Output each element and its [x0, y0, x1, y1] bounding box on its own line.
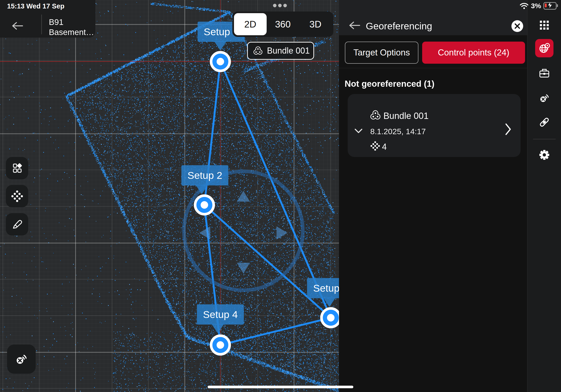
georeference-globe-icon — [538, 42, 551, 55]
back-button[interactable] — [11, 21, 23, 32]
bundle-card[interactable]: Bundle 001 8.1.2025, 14:17 4 — [348, 94, 521, 157]
close-icon — [514, 23, 520, 29]
bundle-icon — [369, 109, 381, 121]
panel-header: Georeferencing — [339, 0, 527, 35]
tab-control-points-label: Control points (24) — [438, 48, 509, 58]
battery-icon — [543, 2, 557, 10]
georeferencing-tool-button-active[interactable] — [535, 39, 553, 57]
setup-4-marker[interactable] — [210, 334, 231, 356]
bundle-selector-button[interactable]: Bundle 001 — [247, 42, 314, 60]
battery-percent: 3% — [531, 2, 541, 10]
open-bundle-button[interactable] — [505, 123, 512, 137]
apps-menu-button[interactable] — [539, 20, 550, 31]
setup-count-icon — [370, 141, 380, 151]
status-right-cluster: 3% — [520, 2, 557, 10]
scanner-disconnected-icon — [538, 92, 551, 104]
point-cloud-button[interactable] — [6, 185, 28, 207]
toolbox-button[interactable] — [539, 67, 550, 79]
pan-right-arrow[interactable] — [277, 226, 288, 240]
panel-title: Georeferencing — [366, 21, 432, 32]
back-arrow-icon — [11, 21, 23, 31]
scanner-connection-button[interactable] — [7, 345, 36, 374]
scalpel-icon — [11, 218, 23, 230]
header-divider — [41, 15, 42, 34]
setup-3-marker[interactable] — [320, 307, 339, 328]
not-georeferenced-heading: Not georeferenced (1) — [345, 79, 434, 89]
slice-tool-button[interactable] — [6, 213, 28, 236]
bundle-card-setup-count: 4 — [382, 142, 387, 152]
pan-left-arrow[interactable] — [199, 226, 210, 240]
chevron-down-icon — [354, 128, 363, 134]
panel-close-button[interactable] — [511, 20, 523, 32]
apps-grid-icon — [539, 20, 550, 31]
scanner-disconnected-icon — [14, 352, 29, 367]
tab-360-label: 360 — [275, 19, 291, 30]
link-icon — [539, 116, 550, 128]
status-time: 15:13 — [7, 2, 24, 10]
settings-button[interactable] — [539, 149, 550, 161]
rail-divider — [533, 139, 556, 139]
chevron-right-icon — [505, 123, 512, 136]
link-button[interactable] — [539, 116, 550, 128]
pan-up-arrow[interactable] — [237, 191, 250, 202]
setup-2-label-text: Setup 2 — [187, 170, 222, 181]
setup-4-label-text: Setup 4 — [203, 309, 238, 320]
bundle-icon — [253, 45, 263, 56]
charging-bolt-icon — [547, 2, 553, 8]
scanner-connection-rail-button[interactable] — [538, 92, 551, 104]
project-header-bar: 15:13 Wed 17 Sep B91 Basement… — [0, 0, 95, 38]
setup-3-label[interactable]: Setup 3 — [307, 278, 339, 298]
tabs-divider — [339, 68, 527, 68]
right-toolbar — [527, 0, 561, 392]
tab-target-options-label: Target Options — [353, 48, 410, 58]
setup-4-label[interactable]: Setup 4 — [197, 304, 244, 325]
tab-control-points[interactable]: Control points (24) — [422, 42, 525, 64]
wifi-icon — [520, 3, 529, 9]
home-indicator[interactable] — [208, 386, 353, 388]
views-grid-icon — [11, 162, 23, 174]
setup-3-label-text: Setup 3 — [313, 283, 339, 294]
setup-connection-lines — [204, 62, 331, 345]
status-date: Wed 17 Sep — [26, 2, 64, 10]
point-cloud-icon — [11, 190, 23, 202]
expand-bundle-button[interactable] — [354, 128, 363, 135]
multitasking-handle[interactable] — [273, 4, 287, 7]
pan-down-arrow[interactable] — [237, 263, 250, 273]
bundle-pill-label: Bundle 001 — [263, 46, 313, 56]
view-mode-switcher: 2D 360 3D — [232, 11, 333, 37]
tab-3d-label: 3D — [309, 19, 321, 30]
panel-back-button[interactable] — [348, 21, 361, 31]
project-title: B91 Basement… — [49, 17, 94, 37]
bundle-card-timestamp: 8.1.2025, 14:17 — [370, 127, 426, 136]
tab-target-options[interactable]: Target Options — [345, 42, 418, 64]
toolbox-icon — [539, 67, 550, 79]
setup-2-marker[interactable] — [194, 194, 215, 216]
tab-2d[interactable]: 2D — [234, 13, 267, 35]
views-layout-button[interactable] — [6, 157, 28, 179]
tab-3d[interactable]: 3D — [299, 13, 332, 35]
project-title-line2: Basement… — [49, 27, 94, 37]
settings-gear-icon — [539, 149, 550, 161]
georeferencing-panel: Georeferencing Target Options Control po… — [339, 0, 527, 392]
bundle-card-name: Bundle 001 — [383, 111, 429, 121]
setup-2-label[interactable]: Setup 2 — [181, 165, 228, 185]
setup-1-marker[interactable] — [210, 51, 231, 72]
tab-360[interactable]: 360 — [267, 13, 299, 35]
back-arrow-icon — [348, 21, 361, 30]
project-title-line1: B91 — [49, 17, 94, 27]
tab-2d-label: 2D — [244, 19, 256, 30]
